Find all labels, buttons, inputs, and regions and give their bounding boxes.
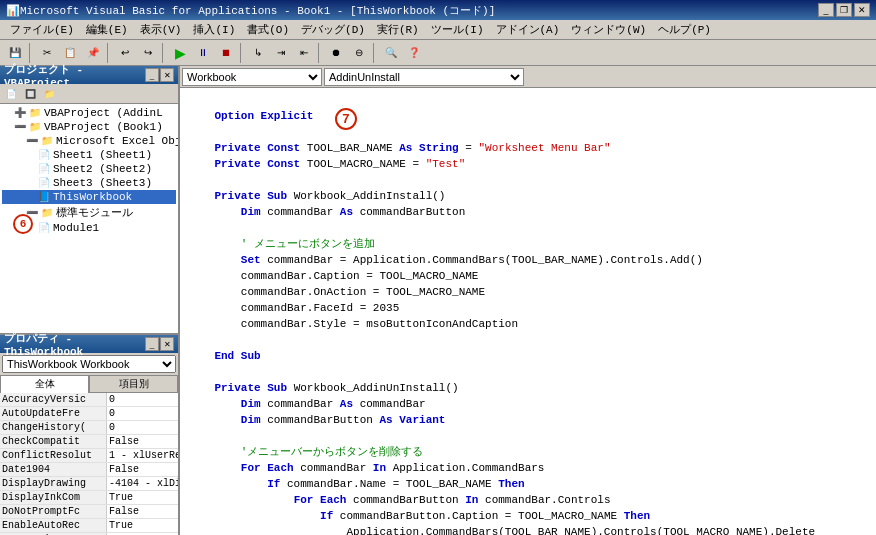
code-wrapper: 7 Option Explicit Private Const TOOL_BAR…	[180, 88, 876, 535]
toolbar-paste-btn[interactable]: 📌	[82, 43, 104, 63]
project-view-obj-btn[interactable]: 🔲	[21, 86, 39, 102]
property-value: 1 - xlUserRes...	[107, 449, 178, 463]
restore-button[interactable]: ❐	[836, 3, 852, 17]
toolbar-copy-btn[interactable]: 📋	[59, 43, 81, 63]
property-value: 0	[107, 407, 178, 421]
stdmod-expand-icon: ➖	[26, 207, 38, 219]
code-line	[188, 172, 868, 188]
props-close-btn[interactable]: ✕	[160, 337, 174, 351]
toolbar-separator-2	[107, 43, 111, 63]
code-line: End Sub	[188, 348, 868, 364]
toolbar-separator-1	[29, 43, 33, 63]
sheet1-icon: 📄	[38, 149, 50, 161]
code-line	[188, 428, 868, 444]
property-name: AccuracyVersic	[0, 393, 107, 407]
code-editor[interactable]: Option Explicit Private Const TOOL_BAR_N…	[180, 88, 876, 535]
object-dropdown[interactable]: Workbook	[182, 68, 322, 86]
props-tab-categorized[interactable]: 項目別	[89, 375, 178, 393]
project-toggle-btn[interactable]: 📁	[40, 86, 58, 102]
toolbar-run-btn[interactable]: ▶	[169, 43, 191, 63]
tree-item-sheet1[interactable]: 📄 Sheet1 (Sheet1)	[2, 148, 176, 162]
menu-insert[interactable]: 挿入(I)	[187, 20, 241, 39]
property-value: True	[107, 519, 178, 533]
menu-view[interactable]: 表示(V)	[134, 20, 188, 39]
procedure-dropdown[interactable]: AddinUnInstall	[324, 68, 524, 86]
property-value: False	[107, 463, 178, 477]
sheet1-label: Sheet1 (Sheet1)	[53, 149, 152, 161]
properties-selector[interactable]: ThisWorkbook Workbook	[2, 355, 176, 373]
minimize-button[interactable]: _	[818, 3, 834, 17]
sheet2-icon: 📄	[38, 163, 50, 175]
code-area: Workbook AddinUnInstall 7 Option Explici…	[180, 66, 876, 535]
menu-window[interactable]: ウィンドウ(W)	[565, 20, 652, 39]
toolbar-cut-btn[interactable]: ✂	[36, 43, 58, 63]
tree-item-thisworkbook[interactable]: 📘 ThisWorkbook	[2, 190, 176, 204]
properties-tabs: 全体 項目別	[0, 375, 178, 393]
code-line: Dim commandBar As commandBarButton	[188, 204, 868, 220]
code-line: commandBar.FaceId = 2035	[188, 300, 868, 316]
toolbar-out-btn[interactable]: ⇤	[293, 43, 315, 63]
code-line: Private Sub Workbook_AddinInstall()	[188, 188, 868, 204]
menu-format[interactable]: 書式(O)	[241, 20, 295, 39]
toolbar-pause-btn[interactable]: ⏸	[192, 43, 214, 63]
menu-addin[interactable]: アドイン(A)	[490, 20, 566, 39]
project-panel-header: プロジェクト - VBAProject _ ✕	[0, 66, 178, 84]
panel-close-btn[interactable]: ✕	[160, 68, 174, 82]
menu-debug[interactable]: デバッグ(D)	[295, 20, 371, 39]
menu-help[interactable]: ヘルプ(P)	[652, 20, 717, 39]
stdmod-folder-icon: 📁	[41, 207, 53, 219]
toolbar-undo-btn[interactable]: ↩	[114, 43, 136, 63]
property-row: AutoUpdateFre0	[0, 407, 178, 421]
left-panel: 6 プロジェクト - VBAProject _ ✕ 📄 🔲 📁 ➕ 📁	[0, 66, 180, 535]
code-line	[188, 364, 868, 380]
code-line: commandBar.Style = msoButtonIconAndCapti…	[188, 316, 868, 332]
props-tab-all[interactable]: 全体	[0, 375, 89, 393]
code-toolbar: Workbook AddinUnInstall	[180, 66, 876, 88]
tree-item-sheet2[interactable]: 📄 Sheet2 (Sheet2)	[2, 162, 176, 176]
properties-panel: プロパティ - ThisWorkbook _ ✕ ThisWorkbook Wo…	[0, 335, 178, 535]
toolbar-over-btn[interactable]: ⇥	[270, 43, 292, 63]
module1-icon: 📄	[38, 222, 50, 234]
project-view-code-btn[interactable]: 📄	[2, 86, 20, 102]
property-name: AutoUpdateFre	[0, 407, 107, 421]
toolbar-help-btn[interactable]: ❓	[403, 43, 425, 63]
tree-item-addin[interactable]: ➕ 📁 VBAProject (AddinL	[2, 106, 176, 120]
project-tree: ➕ 📁 VBAProject (AddinL ➖ 📁 VBAProject (B…	[0, 104, 178, 333]
menu-bar: ファイル(E) 編集(E) 表示(V) 挿入(I) 書式(O) デバッグ(D) …	[0, 20, 876, 40]
property-name: ConflictResolut	[0, 449, 107, 463]
toolbar-stop-btn[interactable]: ⏹	[215, 43, 237, 63]
property-name: EnableAutoRec	[0, 519, 107, 533]
menu-edit[interactable]: 編集(E)	[80, 20, 134, 39]
menu-file[interactable]: ファイル(E)	[4, 20, 80, 39]
toolbar-save-btn[interactable]: 💾	[4, 43, 26, 63]
code-line	[188, 332, 868, 348]
code-line: Option Explicit	[188, 108, 868, 124]
toolbar-clear-btn[interactable]: ⊖	[348, 43, 370, 63]
menu-run[interactable]: 実行(R)	[371, 20, 425, 39]
tree-item-sheet3[interactable]: 📄 Sheet3 (Sheet3)	[2, 176, 176, 190]
close-button[interactable]: ✕	[854, 3, 870, 17]
code-line: Private Const TOOL_MACRO_NAME = "Test"	[188, 156, 868, 172]
toolbar-find-btn[interactable]: 🔍	[380, 43, 402, 63]
main-area: 6 プロジェクト - VBAProject _ ✕ 📄 🔲 📁 ➕ 📁	[0, 66, 876, 535]
excel-expand-icon: ➖	[26, 135, 38, 147]
tree-item-book1[interactable]: ➖ 📁 VBAProject (Book1)	[2, 120, 176, 134]
tree-item-excel-obj[interactable]: ➖ 📁 Microsoft Excel Obj...	[2, 134, 176, 148]
app-icon: 📊	[6, 4, 20, 17]
panel-minimize-btn[interactable]: _	[145, 68, 159, 82]
toolbar-redo-btn[interactable]: ↪	[137, 43, 159, 63]
code-line	[188, 220, 868, 236]
property-name: ChangeHistory(	[0, 421, 107, 435]
toolbar-breakpt-btn[interactable]: ⏺	[325, 43, 347, 63]
props-minimize-btn[interactable]: _	[145, 337, 159, 351]
menu-tools[interactable]: ツール(I)	[425, 20, 490, 39]
property-row: CheckCompatitFalse	[0, 435, 178, 449]
tree-item-standard-module[interactable]: ➖ 📁 標準モジュール	[2, 204, 176, 221]
toolbar-separator-4	[240, 43, 244, 63]
tree-item-module1[interactable]: 📄 Module1	[2, 221, 176, 235]
toolbar-step-btn[interactable]: ↳	[247, 43, 269, 63]
properties-table: AccuracyVersic0AutoUpdateFre0ChangeHisto…	[0, 393, 178, 535]
sheet2-label: Sheet2 (Sheet2)	[53, 163, 152, 175]
property-value: -4104 - xlDis...	[107, 477, 178, 491]
project-toolbar: 📄 🔲 📁	[0, 84, 178, 104]
